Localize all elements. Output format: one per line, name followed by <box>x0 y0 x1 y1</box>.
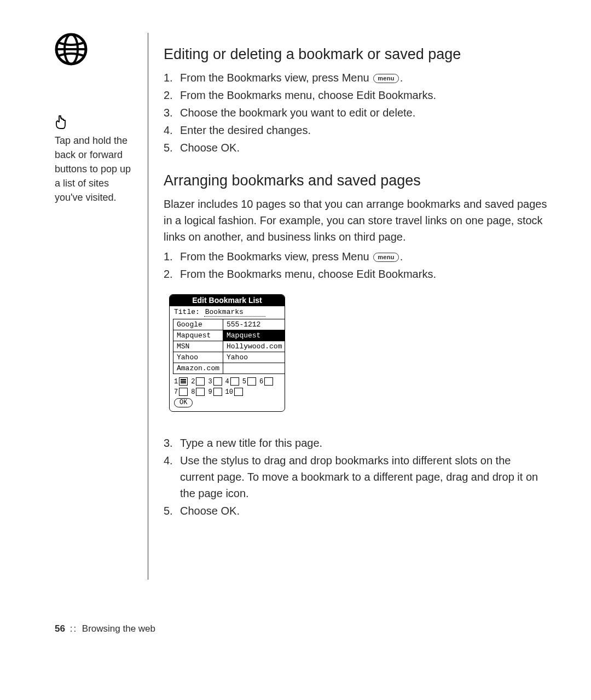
bookmark-cell[interactable]: Yahoo <box>173 352 223 363</box>
page-icon[interactable]: 8 <box>191 388 205 396</box>
list-item: 2.From the Bookmarks menu, choose Edit B… <box>164 87 547 103</box>
main-content: Editing or deleting a bookmark or saved … <box>148 33 547 524</box>
heading-arranging: Arranging bookmarks and saved pages <box>164 172 547 189</box>
list-item: 4.Use the stylus to drag and drop bookma… <box>164 452 547 501</box>
tip-text: Tap and hold the back or forward buttons… <box>55 133 137 205</box>
page-icon-strip: 12345678910 <box>170 374 285 398</box>
bookmark-cell[interactable]: Mapquest <box>223 330 285 341</box>
bookmark-cell[interactable]: Mapquest <box>173 330 223 341</box>
menu-button-icon: menu <box>373 74 399 83</box>
page-icon[interactable]: 4 <box>225 377 239 386</box>
tip-block: Tap and hold the back or forward buttons… <box>55 115 137 205</box>
page-icon[interactable]: 5 <box>242 377 256 386</box>
page-icon[interactable]: 3 <box>208 377 222 386</box>
globe-icon <box>55 33 137 66</box>
page-icon[interactable]: 7 <box>174 388 188 396</box>
list-item: 3.Choose the bookmark you want to edit o… <box>164 104 547 121</box>
title-field-label: Title: <box>174 308 200 316</box>
list-item: 2.From the Bookmarks menu, choose Edit B… <box>164 266 547 282</box>
dialog-title: Edit Bookmark List <box>170 295 285 306</box>
page-icon[interactable]: 2 <box>191 377 205 386</box>
page-icon[interactable]: 6 <box>259 377 273 386</box>
list-item: 4.Enter the desired changes. <box>164 122 547 138</box>
page-icon[interactable]: 9 <box>208 388 222 396</box>
arranging-intro: Blazer includes 10 pages so that you can… <box>164 196 547 245</box>
bookmark-cell[interactable]: Amazon.com <box>173 363 223 374</box>
bookmark-cell[interactable] <box>223 363 285 374</box>
bookmark-cell[interactable]: Google <box>173 319 223 330</box>
bookmark-cell[interactable]: Yahoo <box>223 352 285 363</box>
list-item: 5.Choose OK. <box>164 503 547 519</box>
edit-steps: 1.From the Bookmarks view, press Menu me… <box>164 69 547 156</box>
page-number: 56 <box>55 623 65 634</box>
pointer-icon <box>55 115 137 130</box>
bookmark-cell[interactable]: MSN <box>173 341 223 352</box>
page-footer: 56 :: Browsing the web <box>55 623 155 634</box>
arrange-steps-a: 1.From the Bookmarks view, press Menu me… <box>164 248 547 282</box>
page-icon[interactable]: 1 <box>174 377 188 386</box>
bookmark-cell[interactable]: 555-1212 <box>223 319 285 330</box>
page-icon[interactable]: 10 <box>225 388 243 396</box>
bookmark-cell[interactable]: Hollywood.com <box>223 341 285 352</box>
edit-bookmark-list-dialog: Edit Bookmark List Title: Bookmarks Goog… <box>169 294 285 412</box>
list-item: 1.From the Bookmarks view, press Menu me… <box>164 248 547 265</box>
list-item: 3.Type a new title for this page. <box>164 435 547 451</box>
arrange-steps-b: 3.Type a new title for this page.4.Use t… <box>164 435 547 519</box>
menu-button-icon: menu <box>373 253 399 262</box>
list-item: 1.From the Bookmarks view, press Menu me… <box>164 69 547 86</box>
title-field-row: Title: Bookmarks <box>170 306 285 317</box>
bookmark-grid: Google555-1212MapquestMapquestMSNHollywo… <box>173 319 285 374</box>
ok-button[interactable]: OK <box>174 398 193 407</box>
list-item: 5.Choose OK. <box>164 139 547 156</box>
title-field-value[interactable]: Bookmarks <box>204 308 265 317</box>
sidebar: Tap and hold the back or forward buttons… <box>55 33 148 205</box>
footer-separator: :: <box>70 623 77 634</box>
footer-title: Browsing the web <box>82 623 155 634</box>
heading-editing: Editing or deleting a bookmark or saved … <box>164 46 547 63</box>
